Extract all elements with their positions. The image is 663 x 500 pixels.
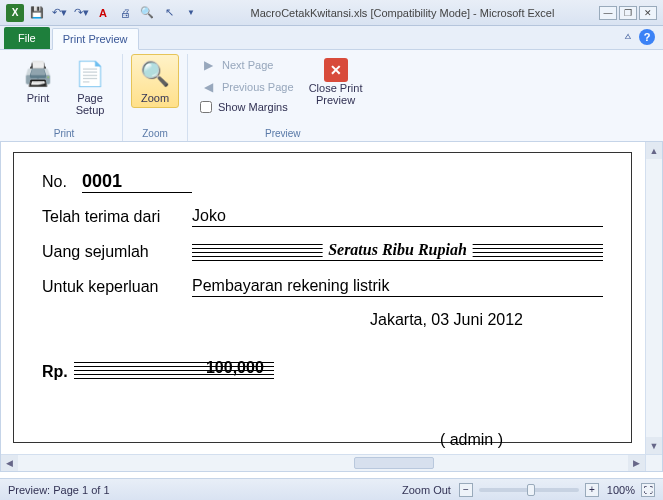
for-value: Pembayaran rekening listrik: [192, 277, 603, 297]
next-page-button[interactable]: ▶ Next Page: [196, 56, 298, 74]
print-label: Print: [27, 92, 50, 104]
close-icon: ✕: [324, 58, 348, 82]
quick-access-toolbar: X 💾 ↶▾ ↷▾ A 🖨 🔍 ↖ ▼: [0, 4, 206, 22]
next-page-icon: ▶: [200, 57, 216, 73]
title-bar: X 💾 ↶▾ ↷▾ A 🖨 🔍 ↖ ▼ MacroCetakKwitansi.x…: [0, 0, 663, 26]
window-buttons: — ❐ ✕: [599, 6, 663, 20]
group-preview-label: Preview: [196, 125, 370, 141]
magnifier-icon: 🔍: [139, 58, 171, 90]
group-preview: ▶ Next Page ◀ Previous Page Show Margins…: [188, 54, 378, 141]
amount-label: Uang sejumlah: [42, 243, 192, 261]
print-button[interactable]: 🖨️ Print: [14, 54, 62, 108]
group-zoom: 🔍 Zoom Zoom: [123, 54, 188, 141]
page-setup-button[interactable]: 📄 Page Setup: [66, 54, 114, 120]
show-margins-label: Show Margins: [218, 101, 288, 113]
for-label: Untuk keperluan: [42, 278, 192, 296]
amount-number-field: 100,000: [74, 359, 274, 381]
next-page-label: Next Page: [222, 59, 273, 71]
scroll-down-icon[interactable]: ▼: [646, 437, 662, 454]
page-setup-icon: 📄: [74, 58, 106, 90]
font-color-icon[interactable]: A: [94, 4, 112, 22]
amount-words-value: Seratus Ribu Rupiah: [322, 241, 473, 259]
undo-icon[interactable]: ↶▾: [50, 4, 68, 22]
place-date: Jakarta, 03 Juni 2012: [42, 311, 603, 329]
scroll-track[interactable]: [18, 455, 628, 471]
group-print: 🖨️ Print 📄 Page Setup Print: [6, 54, 123, 141]
preview-pane: No. 0001 Telah terima dari Joko Uang sej…: [0, 142, 663, 472]
previous-page-button[interactable]: ◀ Previous Page: [196, 78, 298, 96]
scroll-corner: [645, 454, 662, 471]
scroll-up-icon[interactable]: ▲: [646, 142, 662, 159]
zoom-button[interactable]: 🔍 Zoom: [131, 54, 179, 108]
excel-icon: X: [6, 4, 24, 22]
received-from-value: Joko: [192, 207, 603, 227]
save-icon[interactable]: 💾: [28, 4, 46, 22]
show-margins-checkbox[interactable]: Show Margins: [196, 100, 298, 114]
signer: ( admin ): [42, 431, 603, 449]
restore-button[interactable]: ❐: [619, 6, 637, 20]
minimize-button[interactable]: —: [599, 6, 617, 20]
group-print-label: Print: [14, 125, 114, 141]
close-button[interactable]: ✕: [639, 6, 657, 20]
previous-page-label: Previous Page: [222, 81, 294, 93]
zoom-slider-knob[interactable]: [527, 484, 535, 496]
tab-print-preview[interactable]: Print Preview: [52, 28, 139, 50]
print-quick-icon[interactable]: 🖨: [116, 4, 134, 22]
scroll-left-icon[interactable]: ◀: [1, 455, 18, 471]
fullscreen-button[interactable]: ⛶: [641, 483, 655, 497]
help-icon[interactable]: ?: [639, 29, 655, 45]
previous-page-icon: ◀: [200, 79, 216, 95]
amount-words-field: Seratus Ribu Rupiah: [192, 241, 603, 263]
zoom-percent[interactable]: 100%: [607, 484, 635, 496]
amount-number-value: 100,000: [206, 359, 264, 377]
status-bar: Preview: Page 1 of 1 Zoom Out − + 100% ⛶: [0, 478, 663, 500]
group-zoom-label: Zoom: [131, 125, 179, 141]
zoom-label: Zoom: [141, 92, 169, 104]
close-label: Close Print Preview: [309, 82, 363, 106]
scroll-right-icon[interactable]: ▶: [628, 455, 645, 471]
received-from-label: Telah terima dari: [42, 208, 192, 226]
redo-icon[interactable]: ↷▾: [72, 4, 90, 22]
receipt-no-value: 0001: [82, 171, 192, 193]
tab-file[interactable]: File: [4, 27, 50, 49]
minimize-ribbon-icon[interactable]: ㅿ: [623, 30, 633, 44]
horizontal-scrollbar[interactable]: ◀ ▶: [1, 454, 645, 471]
show-margins-check[interactable]: [200, 101, 212, 113]
scroll-thumb[interactable]: [354, 457, 434, 469]
ribbon-tabs: File Print Preview ㅿ ?: [0, 26, 663, 50]
preview-quick-icon[interactable]: 🔍: [138, 4, 156, 22]
zoom-minus-button[interactable]: −: [459, 483, 473, 497]
receipt-no-label: No.: [42, 173, 82, 191]
zoom-plus-button[interactable]: +: [585, 483, 599, 497]
zoom-slider[interactable]: [479, 488, 579, 492]
zoom-out-label[interactable]: Zoom Out: [402, 484, 451, 496]
receipt-page: No. 0001 Telah terima dari Joko Uang sej…: [13, 152, 632, 443]
ribbon: 🖨️ Print 📄 Page Setup Print 🔍 Zoom Zoom …: [0, 50, 663, 142]
qat-customize-icon[interactable]: ▼: [182, 4, 200, 22]
page-setup-label: Page Setup: [76, 92, 105, 116]
vertical-scrollbar[interactable]: ▲ ▼: [645, 142, 662, 454]
printer-icon: 🖨️: [22, 58, 54, 90]
close-print-preview-button[interactable]: ✕ Close Print Preview: [302, 54, 370, 110]
window-title: MacroCetakKwitansi.xls [Compatibility Mo…: [206, 7, 599, 19]
page-info: Preview: Page 1 of 1: [8, 484, 110, 496]
cursor-icon[interactable]: ↖: [160, 4, 178, 22]
currency-label: Rp.: [42, 363, 68, 381]
